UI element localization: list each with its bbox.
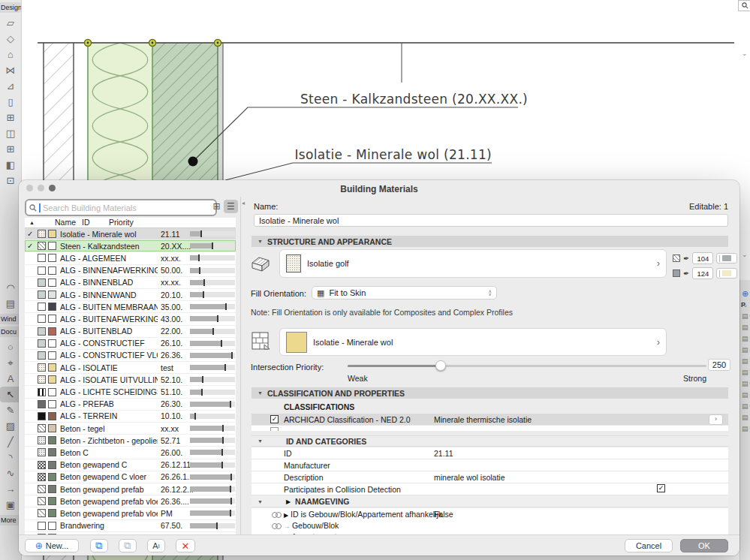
duplicate-settings-icon[interactable]: ⧉ bbox=[119, 539, 137, 552]
tree-view-icon[interactable]: ⊞ bbox=[209, 200, 224, 213]
section-naamgeving[interactable]: ▼ ▶ NAAMGEVING bbox=[252, 496, 728, 507]
surface-chooser[interactable]: Isolatie - Minerale wol › bbox=[279, 328, 667, 356]
table-row[interactable]: ALG - TERREIN 10.10. bbox=[25, 411, 236, 423]
ok-button[interactable]: OK bbox=[680, 539, 728, 552]
dimension-tool-icon[interactable]: ⌖ bbox=[0, 355, 21, 371]
cut-fill-pen-control[interactable]: ✒ 104 bbox=[673, 252, 737, 264]
table-row[interactable]: ✓ Isolatie - Minerale wol 21.11 bbox=[25, 228, 236, 240]
fill-orientation-popup[interactable]: ▦ Fit to Skin ∧∨ bbox=[312, 286, 497, 300]
cut-fill-pen-swatch[interactable] bbox=[716, 253, 737, 263]
collapse-chevron-icon[interactable]: ⌄ bbox=[742, 251, 748, 258]
column-tool-icon[interactable]: ▯ bbox=[0, 94, 21, 110]
new-button[interactable]: ⊕ New... bbox=[25, 539, 79, 552]
list-header[interactable]: ▲ Name ID Priority bbox=[25, 218, 236, 228]
fill-tool-icon[interactable]: ▨ bbox=[0, 418, 21, 434]
table-row[interactable]: Beton gewapend C 26.12.11. bbox=[25, 459, 236, 471]
toolbox-section-design[interactable]: Design bbox=[0, 2, 21, 13]
table-row[interactable]: Beton gewapend prefab vloer 26.36.... bbox=[25, 495, 236, 507]
skylight-tool-icon[interactable]: ◧ bbox=[0, 157, 21, 173]
material-name-field[interactable]: Isolatie - Minerale wol bbox=[254, 214, 728, 227]
table-row[interactable]: ALG - ISOLATIE test bbox=[25, 362, 236, 374]
table-row[interactable]: ALG - BUITENBLAD 22.00. bbox=[25, 326, 236, 338]
table-row[interactable]: ALG - PREFAB 26.30. bbox=[25, 399, 236, 411]
cut-fill-background-pen-control[interactable]: ✒ 124 bbox=[673, 267, 737, 279]
table-row[interactable]: ALG - BINNENAFWERKING 50.00. bbox=[25, 265, 236, 277]
table-row[interactable]: Beton - tegel xx.xx bbox=[25, 423, 236, 435]
table-row[interactable]: Beton gewapend prefab 26.12.2... bbox=[25, 483, 236, 495]
collapse-chevron-icon[interactable]: ⌄ bbox=[742, 50, 748, 57]
collision-checkbox[interactable]: ✓ bbox=[657, 484, 665, 492]
table-row[interactable]: Beton gewapend prefab vloer - dru... PM bbox=[25, 507, 236, 519]
window-tool-icon[interactable]: ⊞ bbox=[0, 141, 21, 157]
table-row[interactable]: ALG - CONSTRUCTIEF VLOER 26.36. bbox=[25, 350, 236, 362]
toolbox-section-window[interactable]: Wind bbox=[0, 314, 21, 324]
toolbox-section-document[interactable]: Docu bbox=[0, 327, 21, 337]
spline-tool-icon[interactable]: ✎ bbox=[0, 402, 21, 418]
rename-icon[interactable]: AI bbox=[147, 539, 165, 552]
duplicate-icon[interactable]: ⧉ bbox=[90, 539, 108, 552]
wall-tool-icon[interactable]: ▱ bbox=[0, 15, 21, 31]
arrow-tool-icon[interactable]: → bbox=[0, 481, 21, 497]
add-property-icon[interactable]: ⊕ bbox=[740, 288, 750, 299]
drawing-tool-icon[interactable]: ▤ bbox=[0, 296, 21, 312]
chevron-right-icon[interactable]: › bbox=[709, 414, 723, 425]
cancel-button[interactable]: Cancel bbox=[625, 539, 673, 552]
table-row[interactable]: ALG - BUITEN MEMBRAAN 35.00. bbox=[25, 301, 236, 313]
arc-tool-icon[interactable]: ◠ bbox=[0, 280, 21, 296]
section-classification-properties[interactable]: ▼ CLASSIFICATION AND PROPERTIES bbox=[252, 387, 728, 399]
column-header-name[interactable]: Name bbox=[55, 218, 76, 227]
toolbox-section-more[interactable]: More bbox=[0, 515, 21, 525]
section-id-categories[interactable]: ▼ ID AND CATEGORIES bbox=[252, 435, 728, 447]
table-row[interactable]: ALG - BUITENAFWERKING 43.00. bbox=[25, 313, 236, 325]
slider-thumb[interactable] bbox=[435, 360, 446, 371]
canvas-label-isolatie[interactable]: Isolatie - Minerale wol (21.11) bbox=[289, 147, 492, 162]
classification-row[interactable]: ✓ ARCHICAD Classification - NED 2.0 Mine… bbox=[252, 414, 728, 426]
property-row-id[interactable]: ID 21.11 bbox=[252, 447, 728, 459]
pane-collapse-icon[interactable]: ◂ bbox=[242, 200, 245, 206]
section-structure-appearance[interactable]: ▼ STRUCTURE AND APPEARANCE bbox=[252, 236, 728, 247]
pane-divider[interactable] bbox=[240, 197, 241, 536]
door-tool-icon[interactable]: ◫ bbox=[0, 125, 21, 141]
canvas-label-steen[interactable]: Steen - Kalkzandsteen (20.XX.XX.) bbox=[300, 92, 518, 107]
beam-tool-icon[interactable]: ⊿ bbox=[0, 78, 21, 94]
table-row[interactable]: ALG - BINNENBLAD xx.xx. bbox=[25, 277, 236, 289]
arc-2-tool-icon[interactable]: ◝ bbox=[0, 450, 21, 465]
search-input[interactable] bbox=[43, 203, 212, 212]
detail-tool-icon[interactable]: ▣ bbox=[0, 497, 21, 513]
table-row[interactable]: ✓ Steen - Kalkzandsteen 20.XX.... bbox=[25, 240, 236, 252]
table-row[interactable]: ALG - LICHTE SCHEIDINGSWAND 51.10. bbox=[25, 386, 236, 398]
table-row[interactable]: Beton - Zichtbeton - gepolierd 52.71 bbox=[25, 435, 236, 447]
cut-fill-chooser[interactable]: Isolatie golf › bbox=[279, 249, 667, 278]
select-tool-icon[interactable]: ↖ bbox=[0, 387, 21, 402]
roof-tool-icon[interactable]: ⌂ bbox=[0, 47, 21, 62]
table-row[interactable]: ALG - ALGEMEEN xx.xx. bbox=[25, 252, 236, 264]
background-pen-swatch[interactable] bbox=[716, 268, 737, 278]
object-tool-icon[interactable]: ⊡ bbox=[0, 173, 21, 188]
slab-tool-icon[interactable]: ◇ bbox=[0, 31, 21, 47]
quick-search-icon[interactable] bbox=[738, 0, 750, 11]
circle-tool-icon[interactable]: ○ bbox=[0, 339, 21, 355]
table-row[interactable]: Beton C 26.00. bbox=[25, 447, 236, 459]
polyline-tool-icon[interactable]: ∿ bbox=[0, 465, 21, 481]
mesh-tool-icon[interactable]: ⋈ bbox=[0, 62, 21, 78]
naamgeving-row[interactable]: → Gebouw/Blok bbox=[252, 519, 728, 531]
property-row-manufacturer[interactable]: Manufacturer bbox=[252, 459, 728, 471]
intersection-priority-value[interactable]: 250 bbox=[708, 359, 730, 371]
naamgeving-row[interactable]: ▶ ID is Gebouw/Blok/Appartement afhankel… bbox=[252, 508, 728, 520]
line-tool-icon[interactable]: ╱ bbox=[0, 434, 21, 450]
table-row[interactable]: Brandwering 67.50. bbox=[25, 520, 236, 532]
text-tool-icon[interactable]: A bbox=[0, 371, 21, 387]
curtain-wall-tool-icon[interactable]: ⊞ bbox=[0, 110, 21, 125]
classification-checkbox[interactable]: ✓ bbox=[270, 415, 279, 423]
table-row[interactable]: ALG - ISOLATIE UITVULLING 52.10. bbox=[25, 374, 236, 386]
list-view-icon[interactable]: ☰ bbox=[224, 200, 238, 213]
table-row[interactable]: ALG - CONSTRUCTIEF 26.10. bbox=[25, 338, 236, 350]
column-header-id[interactable]: ID bbox=[82, 218, 90, 227]
property-row-description[interactable]: Description minerale wol isolatie bbox=[252, 471, 728, 483]
property-row-collision[interactable]: Participates in Collision Detection ✓ bbox=[252, 483, 728, 495]
delete-icon[interactable]: ✕ bbox=[176, 539, 195, 552]
column-header-priority[interactable]: Priority bbox=[109, 218, 134, 227]
sort-icon[interactable]: ▲ bbox=[29, 220, 35, 225]
table-row[interactable]: ALG - BINNENWAND 20.10. bbox=[25, 289, 236, 301]
collapse-chevron-icon[interactable]: ⌄ bbox=[742, 301, 750, 309]
